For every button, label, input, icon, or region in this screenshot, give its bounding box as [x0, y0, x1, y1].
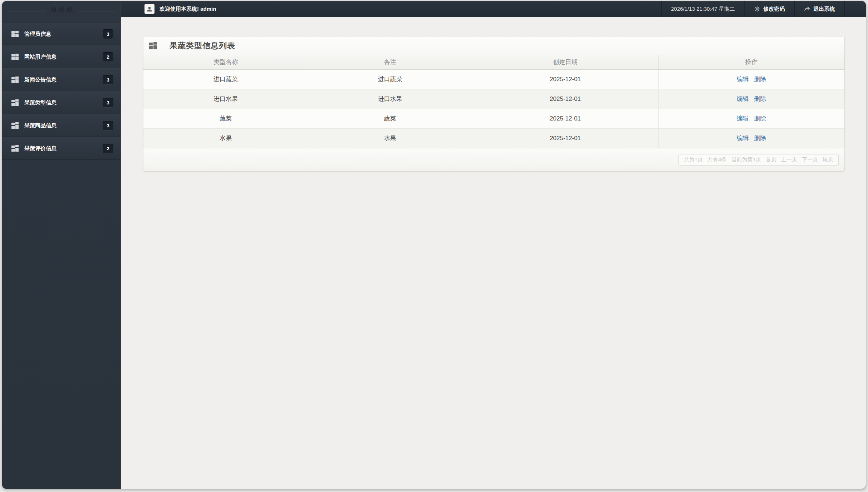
pagination-first-link[interactable]: 首页: [766, 156, 776, 163]
user-avatar-icon: [144, 4, 155, 14]
sidebar-item-label: 果蔬类型信息: [24, 99, 103, 106]
sidebar-item-label: 新闻公告信息: [24, 77, 103, 83]
sidebar-item-label: 管理员信息: [24, 31, 103, 38]
pagination-total-items: 共有4条: [707, 156, 726, 163]
sidebar-item-badge: 2: [103, 144, 113, 153]
panel-footer: 共为1页 共有4条 当前为第1页 首页 上一页 下一页 尾页: [143, 148, 844, 171]
column-header: 操作: [658, 55, 844, 69]
datetime-text: 2026/1/13 21:30:47 星期二: [661, 1, 744, 17]
pagination-last-link[interactable]: 尾页: [823, 156, 833, 163]
gear-icon: [754, 6, 760, 12]
column-header: 创建日期: [472, 55, 658, 69]
logo-squares-icon: [46, 8, 77, 13]
sidebar-item-badge: 3: [103, 121, 113, 130]
pagination-current-page: 当前为第1页: [731, 156, 761, 163]
sidebar-item[interactable]: 新闻公告信息 3: [2, 68, 121, 91]
delete-link[interactable]: 删除: [754, 135, 766, 142]
logout-button[interactable]: 退出系统: [794, 1, 844, 17]
sidebar-logo: [2, 1, 121, 23]
edit-link[interactable]: 编辑: [737, 76, 749, 83]
sidebar-item-badge: 3: [103, 98, 113, 107]
sidebar-item[interactable]: 网站用户信息 2: [2, 45, 121, 68]
topbar-end-cap: [844, 1, 866, 17]
edit-link[interactable]: 编辑: [737, 135, 749, 142]
pagination-total-pages: 共为1页: [684, 156, 703, 163]
pagination-next-link[interactable]: 下一页: [802, 156, 818, 163]
sidebar-item[interactable]: 果蔬商品信息 3: [2, 114, 121, 137]
sidebar-item[interactable]: 果蔬类型信息 3: [2, 91, 121, 114]
cell-actions: 编辑 删除: [658, 109, 844, 128]
main-area: 欢迎使用本系统! admin 2026/1/13 21:30:47 星期二: [121, 1, 866, 489]
cell-create-date: 2025-12-01: [472, 69, 658, 89]
panel-header: 果蔬类型信息列表: [143, 36, 844, 55]
panel-title: 果蔬类型信息列表: [170, 40, 235, 51]
cell-create-date: 2025-12-01: [472, 109, 658, 128]
grid-icon: [11, 122, 19, 129]
change-password-label: 修改密码: [764, 6, 785, 13]
edit-link[interactable]: 编辑: [737, 95, 749, 102]
sidebar-item[interactable]: 果蔬评价信息 2: [2, 137, 121, 160]
sidebar-item[interactable]: 管理员信息 3: [2, 23, 121, 45]
delete-link[interactable]: 删除: [754, 76, 766, 83]
grid-icon: [11, 77, 19, 83]
cell-actions: 编辑 删除: [658, 69, 844, 89]
topbar: 欢迎使用本系统! admin 2026/1/13 21:30:47 星期二: [121, 1, 866, 17]
grid-icon: [11, 99, 19, 106]
table-row: 进口水果 进口水果 2025-12-01 编辑 删除: [143, 89, 844, 109]
types-table: 类型名称 备注 创建日期 操作: [143, 55, 844, 148]
table-header-row: 类型名称 备注 创建日期 操作: [143, 55, 844, 69]
column-header: 备注: [308, 55, 472, 69]
sidebar: 管理员信息 3 网站用户信息 2: [2, 1, 121, 489]
cell-type-name: 进口蔬菜: [143, 69, 308, 89]
table-row: 蔬菜 蔬菜 2025-12-01 编辑 删除: [143, 109, 844, 128]
sidebar-item-label: 果蔬评价信息: [24, 145, 103, 152]
sidebar-item-badge: 3: [103, 75, 113, 84]
sidebar-item-badge: 2: [103, 52, 113, 62]
sidebar-item-label: 果蔬商品信息: [24, 122, 103, 129]
cell-type-name: 进口水果: [143, 89, 308, 109]
cell-create-date: 2025-12-01: [472, 89, 658, 109]
list-panel: 果蔬类型信息列表 类型名称 备注 创建日期: [143, 36, 845, 172]
table-row: 进口蔬菜 进口蔬菜 2025-12-01 编辑 删除: [143, 69, 844, 89]
pagination-prev-link[interactable]: 上一页: [781, 156, 797, 163]
change-password-button[interactable]: 修改密码: [744, 1, 794, 17]
cell-note: 进口水果: [308, 89, 472, 109]
curved-arrow-right-icon: [804, 6, 810, 12]
welcome-text: 欢迎使用本系统! admin: [160, 6, 216, 13]
cell-note: 进口蔬菜: [308, 69, 472, 89]
pagination: 共为1页 共有4条 当前为第1页 首页 上一页 下一页 尾页: [678, 154, 839, 166]
grid-icon: [11, 54, 19, 60]
panel-grid-icon: [143, 36, 163, 55]
content-area: 果蔬类型信息列表 类型名称 备注 创建日期: [121, 17, 866, 489]
table-row: 水果 水果 2025-12-01 编辑 删除: [143, 128, 844, 148]
cell-note: 水果: [308, 128, 472, 148]
cell-actions: 编辑 删除: [658, 128, 844, 148]
cell-type-name: 水果: [143, 128, 308, 148]
sidebar-menu: 管理员信息 3 网站用户信息 2: [2, 23, 121, 160]
cell-note: 蔬菜: [308, 109, 472, 128]
column-header: 类型名称: [143, 55, 308, 69]
grid-icon: [11, 31, 19, 37]
delete-link[interactable]: 删除: [754, 95, 766, 102]
app-window: 管理员信息 3 网站用户信息 2: [2, 1, 866, 489]
cell-actions: 编辑 删除: [658, 89, 844, 109]
cell-type-name: 蔬菜: [143, 109, 308, 128]
sidebar-item-badge: 3: [103, 29, 113, 39]
cell-create-date: 2025-12-01: [472, 128, 658, 148]
delete-link[interactable]: 删除: [754, 115, 766, 122]
logout-label: 退出系统: [814, 6, 835, 13]
grid-icon: [11, 145, 19, 152]
sidebar-item-label: 网站用户信息: [24, 54, 103, 60]
edit-link[interactable]: 编辑: [737, 115, 749, 122]
